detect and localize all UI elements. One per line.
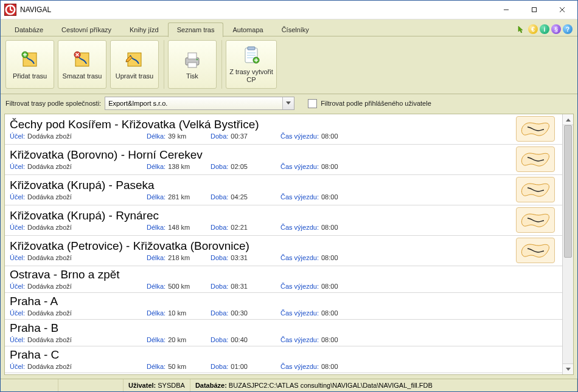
label-delka: Délka: xyxy=(147,336,165,343)
titlebar: NAVIGAL xyxy=(1,1,577,19)
route-meta: Účel:Dodávka zbožíDélka:281 kmDoba:04:25… xyxy=(10,193,516,201)
tab-knihy-jizd[interactable]: Knihy jízd xyxy=(120,22,168,37)
route-title: Praha - B xyxy=(10,322,559,335)
label-cas: Čas výjezdu: xyxy=(280,336,319,343)
edit-route-button[interactable]: Upravit trasu xyxy=(110,40,159,89)
close-button[interactable] xyxy=(548,1,576,19)
delete-route-button[interactable]: Smazat trasu xyxy=(58,40,106,89)
route-row[interactable]: Praha - AÚčel:Dodávka zbožíDélka:10 kmDo… xyxy=(5,293,562,320)
main-tabstrip: Databáze Cestovní příkazy Knihy jízd Sez… xyxy=(1,19,577,36)
label-ucel: Účel: xyxy=(10,283,25,290)
cursor-icon[interactable] xyxy=(517,24,526,34)
label-cas: Čas výjezdu: xyxy=(280,309,319,317)
label-delka: Délka: xyxy=(147,363,165,370)
value-doba: 02:05 xyxy=(231,163,248,170)
company-combobox-input[interactable] xyxy=(105,100,282,107)
map-thumbnail[interactable] xyxy=(516,207,555,233)
edit-route-icon xyxy=(124,49,145,70)
value-delka: 138 km xyxy=(168,163,190,170)
map-thumbnail[interactable] xyxy=(516,116,555,142)
value-doba: 02:21 xyxy=(231,224,248,231)
value-delka: 281 km xyxy=(168,193,190,201)
scroll-up-button[interactable] xyxy=(563,114,573,125)
map-thumbnail[interactable] xyxy=(516,177,555,202)
svg-rect-2 xyxy=(532,8,537,12)
value-cas: 08:00 xyxy=(321,283,338,290)
value-delka: 148 km xyxy=(168,224,190,231)
label-ucel: Účel: xyxy=(10,309,25,317)
scroll-track[interactable] xyxy=(563,125,573,363)
label-doba: Doba: xyxy=(211,193,228,201)
status-db-label: Databáze: xyxy=(195,382,227,389)
route-list-container: Čechy pod Kosířem - Křižovatka (Velká By… xyxy=(1,114,577,379)
value-cas: 08:00 xyxy=(321,336,338,343)
route-row[interactable]: Křižovatka (Krupá) - PasekaÚčel:Dodávka … xyxy=(5,175,562,205)
scroll-thumb[interactable] xyxy=(564,125,572,258)
label-delka: Délka: xyxy=(147,193,165,201)
route-row[interactable]: Praha - BÚčel:Dodávka zbožíDélka:20 kmDo… xyxy=(5,320,562,346)
map-thumbnail[interactable] xyxy=(516,146,555,172)
route-meta: Účel:Dodávka zbožíDélka:50 kmDoba:01:00Č… xyxy=(10,363,559,370)
map-thumbnail[interactable] xyxy=(516,238,555,263)
print-button[interactable]: Tisk xyxy=(168,40,217,89)
value-delka: 39 km xyxy=(168,132,186,140)
route-meta: Účel:Dodávka zbožíDélka:20 kmDoba:00:40Č… xyxy=(10,336,559,343)
info-icon[interactable]: i xyxy=(540,24,549,34)
label-ucel: Účel: xyxy=(10,132,25,140)
route-list-inner[interactable]: Čechy pod Kosířem - Křižovatka (Velká By… xyxy=(5,114,562,374)
tab-seznam-tras[interactable]: Seznam tras xyxy=(168,22,224,37)
value-doba: 00:30 xyxy=(231,309,248,317)
label-doba: Doba: xyxy=(211,336,228,343)
label-doba: Doba: xyxy=(211,163,228,170)
value-cas: 08:00 xyxy=(321,193,338,201)
route-row[interactable]: Křižovatka (Borovno) - Horní CerekevÚčel… xyxy=(5,145,562,175)
currency-icon[interactable]: € xyxy=(528,24,538,34)
minimize-button[interactable] xyxy=(492,1,520,19)
scroll-down-button[interactable] xyxy=(563,363,573,374)
value-delka: 10 km xyxy=(168,309,186,317)
label-delka: Délka: xyxy=(147,132,165,140)
delete-route-label: Smazat trasu xyxy=(63,72,102,80)
route-row[interactable]: Ostrava - Brno a zpětÚčel:Dodávka zbožíD… xyxy=(5,266,562,293)
chevron-down-icon[interactable] xyxy=(282,97,294,109)
app-icon xyxy=(4,4,16,16)
label-cas: Čas výjezdu: xyxy=(280,224,319,231)
route-row[interactable]: Křižovatka (Krupá) - RynárecÚčel:Dodávka… xyxy=(5,205,562,236)
route-row[interactable]: Praha - CÚčel:Dodávka zbožíDélka:50 kmDo… xyxy=(5,346,562,373)
vertical-scrollbar[interactable] xyxy=(562,114,573,374)
filter-user-checkbox[interactable] xyxy=(308,99,317,108)
route-title: Křižovatka (Borovno) - Horní Cerekev xyxy=(10,148,516,162)
svg-rect-15 xyxy=(248,47,255,50)
route-meta: Účel:Dodávka zbožíDélka:10 kmDoba:00:30Č… xyxy=(10,309,559,317)
route-title: Praha - A xyxy=(10,295,559,308)
route-meta: Účel:Dodávka zbožíDélka:138 kmDoba:02:05… xyxy=(10,163,516,170)
tab-cestovni-prikazy[interactable]: Cestovní příkazy xyxy=(52,22,120,37)
maximize-button[interactable] xyxy=(520,1,548,19)
label-doba: Doba: xyxy=(211,254,228,261)
label-ucel: Účel: xyxy=(10,224,25,231)
value-ucel: Dodávka zboží xyxy=(27,193,72,201)
label-delka: Délka: xyxy=(147,163,165,170)
add-route-button[interactable]: Přidat trasu xyxy=(5,40,54,89)
route-row[interactable]: Čechy pod Kosířem - Křižovatka (Velká By… xyxy=(5,114,562,145)
add-route-icon xyxy=(19,49,40,70)
value-ucel: Dodávka zboží xyxy=(27,309,72,317)
label-doba: Doba: xyxy=(211,132,228,140)
label-ucel: Účel: xyxy=(10,254,25,261)
create-cp-button[interactable]: Z trasy vytvořit CP xyxy=(226,40,277,89)
filter-user-label: Filtrovat podle přihlášeného uživatele xyxy=(321,100,431,107)
status-user-label: Uživatel: xyxy=(128,382,156,389)
tab-automapa[interactable]: Automapa xyxy=(223,22,272,37)
status-db: Databáze: BUZASJPC2:C:\ATLAS consulting\… xyxy=(190,379,577,391)
label-cas: Čas výjezdu: xyxy=(280,132,319,140)
filter-bar: Filtrovat trasy podle společnosti: Filtr… xyxy=(1,94,577,114)
tab-ciselniky[interactable]: Číselníky xyxy=(273,22,318,37)
edit-route-label: Upravit trasu xyxy=(116,72,153,80)
tab-databaze[interactable]: Databáze xyxy=(5,22,52,37)
help-icon[interactable]: ? xyxy=(563,24,573,34)
settings-icon[interactable]: § xyxy=(551,24,561,34)
route-title: Čechy pod Kosířem - Křižovatka (Velká By… xyxy=(10,118,516,131)
route-row[interactable]: Křižovatka (Petrovice) - Křižovatka (Bor… xyxy=(5,236,562,266)
company-combobox[interactable] xyxy=(105,97,294,110)
label-delka: Délka: xyxy=(147,283,165,290)
